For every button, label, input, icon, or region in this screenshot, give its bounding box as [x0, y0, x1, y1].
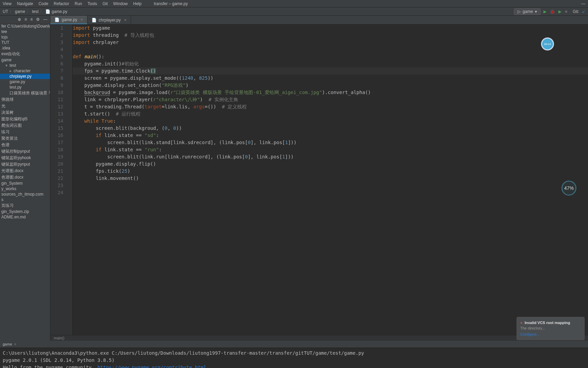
code-line[interactable] [73, 182, 588, 189]
code-line[interactable]: backgroud = pygame.image.load(r"口袋英雄类 横版… [73, 89, 588, 96]
line-number[interactable]: 20 [50, 160, 63, 168]
fold-indicator[interactable] [67, 146, 71, 153]
code-line[interactable]: import threading # 导入线程包 [73, 32, 588, 39]
fold-indicator[interactable] [67, 96, 71, 103]
tree-item[interactable]: s [0, 197, 50, 202]
tree-item[interactable]: 页练习 [0, 202, 50, 209]
line-number[interactable]: 11 [50, 96, 63, 103]
code-line[interactable]: pygame.display.flip() [73, 160, 588, 168]
tree-item[interactable]: 图形化编程qt5 [0, 116, 50, 122]
tree-item[interactable]: 键鼠监听pynput [0, 161, 50, 168]
line-number[interactable]: 15 [50, 125, 63, 132]
line-number[interactable]: 18 [50, 146, 63, 153]
tree-item[interactable]: game [0, 57, 50, 63]
git-update-icon[interactable]: ↙ [582, 9, 585, 14]
line-number[interactable]: 24 [50, 189, 63, 196]
tree-root[interactable]: fer C:\Users\liutong\Downloads [0, 24, 50, 29]
console-link[interactable]: https://www.pygame.org/contribute.html [97, 365, 206, 368]
tree-item[interactable]: 弹跳球 [0, 96, 50, 103]
menu-run[interactable]: Run [75, 1, 82, 6]
tree-item[interactable]: tee [0, 29, 50, 34]
breadcrumb-item[interactable]: test [32, 9, 38, 14]
locate-icon[interactable]: ⊕ [18, 17, 21, 22]
tree-item[interactable]: game.py [0, 79, 50, 85]
tree-item[interactable]: 光 [0, 103, 50, 109]
code-lines[interactable]: import pygameimport threading # 导入线程包imp… [71, 25, 588, 335]
tree-item[interactable]: sources_zh_itmop.com [0, 191, 50, 197]
code-line[interactable]: pygame.init()#初始化 [73, 60, 588, 67]
tree-item[interactable]: character [0, 68, 50, 74]
line-number[interactable]: 1 [50, 25, 63, 32]
tree-item[interactable]: TUT [0, 40, 50, 45]
line-number[interactable]: 22 [50, 175, 63, 182]
tree-item[interactable]: exe自动化 [0, 51, 50, 57]
code-line[interactable] [73, 189, 588, 196]
line-number[interactable]: 5 [50, 53, 63, 60]
line-number[interactable]: 8 [50, 75, 63, 82]
line-number[interactable]: 3 [50, 39, 63, 46]
code-line[interactable]: screen.blit(backgroud, (0, 0)) [73, 125, 588, 132]
code-line[interactable]: fps.tick(25) [73, 168, 588, 175]
code-line[interactable]: t = threading.Thread(target=link.lis, ar… [73, 103, 588, 110]
tree-item[interactable]: 口袋英雄类 横版场景 手绘 [0, 90, 50, 96]
fold-indicator[interactable] [67, 168, 71, 175]
editor-tab[interactable]: 📄game.py× [50, 16, 87, 24]
fold-indicator[interactable] [67, 160, 71, 168]
fold-indicator[interactable] [67, 189, 71, 196]
fold-indicator[interactable] [67, 82, 71, 89]
gear-icon[interactable]: ⚙ [36, 17, 40, 22]
code-editor[interactable]: 123456789101112131415161718192021222324 … [50, 25, 588, 335]
tree-item[interactable]: gin_System.zip [0, 209, 50, 214]
expand-icon[interactable]: ≡ [24, 17, 27, 22]
breadcrumb-item[interactable]: UT [3, 9, 8, 14]
menu-view[interactable]: View [3, 1, 12, 6]
tree-item[interactable]: test [0, 63, 50, 68]
code-line[interactable]: fps = pygame.time.Clock() [73, 67, 588, 75]
stop-icon[interactable]: ■ [565, 9, 567, 14]
debug-icon[interactable]: 🐞 [550, 9, 555, 14]
fold-indicator[interactable] [67, 139, 71, 146]
menu-tools[interactable]: Tools [87, 1, 97, 6]
line-number[interactable]: 2 [50, 32, 63, 39]
code-line[interactable]: import pygame [73, 25, 588, 32]
line-number[interactable]: 23 [50, 182, 63, 189]
line-number[interactable]: 17 [50, 139, 63, 146]
code-line[interactable]: screen = pygame.display.set_mode((1240, … [73, 75, 588, 82]
fold-indicator[interactable] [67, 182, 71, 189]
tree-item[interactable]: 键鼠控制pynput [0, 148, 50, 155]
tree-item[interactable]: 键鼠监听pyhook [0, 155, 50, 161]
fold-indicator[interactable] [67, 118, 71, 125]
fold-indicator[interactable] [67, 110, 71, 118]
fold-indicator[interactable] [67, 46, 71, 53]
fold-indicator[interactable] [67, 125, 71, 132]
line-number[interactable]: 4 [50, 46, 63, 53]
editor-breadcrumb[interactable]: main() [50, 335, 588, 341]
fold-indicator[interactable] [67, 32, 71, 39]
tree-item[interactable]: test.py [0, 85, 50, 90]
fold-indicator[interactable] [67, 175, 71, 182]
tree-item[interactable]: 练习 [0, 129, 50, 135]
tree-item[interactable]: chrplayer.py [0, 74, 50, 79]
breadcrumb-item[interactable]: game [15, 9, 25, 14]
tree-item[interactable]: 色谱图.docx [0, 174, 50, 181]
run-console[interactable]: C:\Users\liutong\Anaconda3\python.exe C:… [0, 348, 588, 368]
code-line[interactable]: pygame.display.set_caption("RPG游戏") [73, 82, 588, 89]
line-number[interactable]: 21 [50, 168, 63, 175]
fold-indicator[interactable] [67, 132, 71, 139]
collapse-icon[interactable]: ≡ [30, 17, 33, 22]
line-number[interactable]: 9 [50, 82, 63, 89]
line-number[interactable]: 12 [50, 103, 63, 110]
code-line[interactable]: import chrplayer [73, 39, 588, 46]
tree-item[interactable]: tojs [0, 34, 50, 40]
tree-item[interactable]: .idea [0, 45, 50, 51]
line-number[interactable]: 7 [50, 67, 63, 75]
menu-navigate[interactable]: Navigate [17, 1, 33, 6]
code-line[interactable]: while True: [73, 118, 588, 125]
fold-indicator[interactable] [67, 75, 71, 82]
code-line[interactable]: def main(): [73, 53, 588, 60]
fold-indicator[interactable] [67, 153, 71, 160]
fold-indicator[interactable] [67, 89, 71, 96]
code-line[interactable]: if link.state == "run": [73, 146, 588, 153]
tree-item[interactable]: y_works [0, 186, 50, 191]
code-line[interactable]: link.movement() [73, 175, 588, 182]
